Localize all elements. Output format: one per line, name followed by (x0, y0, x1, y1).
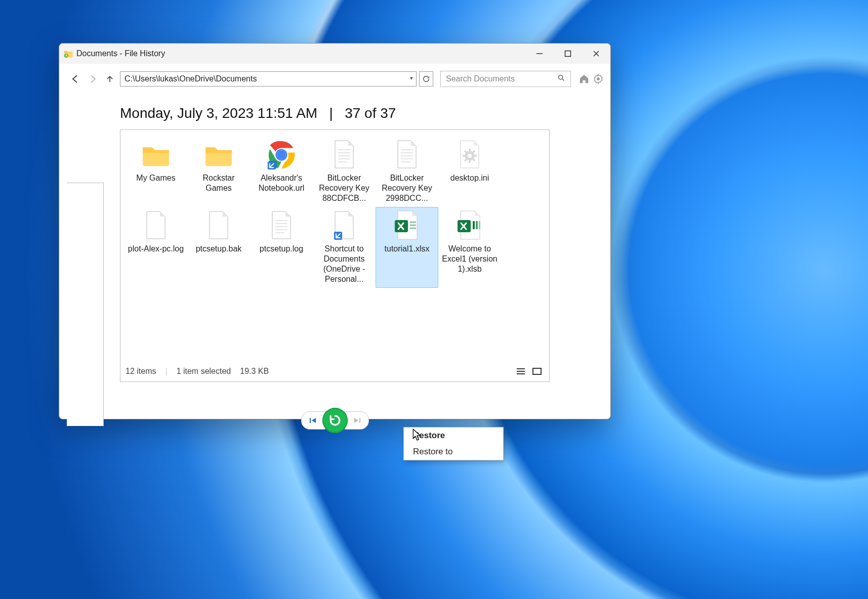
file-label: plot-Alex-pc.log (128, 244, 184, 254)
file-item[interactable]: desktop.ini (438, 136, 501, 207)
file-icon (265, 139, 298, 171)
file-item[interactable]: My Games (125, 136, 187, 207)
history-controls (301, 408, 369, 433)
file-icon (202, 209, 235, 242)
svg-rect-18 (533, 368, 541, 374)
icons-view-button[interactable] (530, 365, 544, 377)
search-icon (557, 74, 565, 84)
selection-count: 1 item selected (177, 367, 231, 376)
menu-restore-to[interactable]: Restore to (404, 444, 503, 460)
version-date: Monday, July 3, 2023 11:51 AM (120, 105, 317, 121)
file-label: ptcsetup.bak (196, 244, 242, 254)
address-dropdown-icon[interactable]: ▾ (410, 75, 413, 81)
file-item[interactable]: ptcsetup.bak (187, 207, 250, 288)
file-icon (265, 209, 298, 242)
file-item[interactable]: ptcsetup.log (250, 207, 313, 288)
file-icon (391, 139, 423, 171)
close-button[interactable] (582, 44, 610, 64)
file-label: Aleksandr's Notebook.url (252, 173, 311, 193)
version-counter: 37 of 37 (345, 105, 396, 121)
file-icon (140, 139, 172, 171)
file-item[interactable]: BitLocker Recovery Key 2998DCC... (376, 136, 438, 207)
file-item[interactable]: Rockstar Games (187, 136, 250, 207)
file-item[interactable]: plot-Alex-pc.log (125, 207, 187, 288)
address-text: C:\Users\lukas\OneDrive\Documents (125, 74, 257, 83)
file-item[interactable]: tutorial1.xlsx (376, 207, 438, 288)
file-icon (140, 209, 172, 242)
settings-icon[interactable] (592, 73, 604, 85)
navigation-toolbar: C:\Users\lukas\OneDrive\Documents ▾ Sear… (59, 64, 610, 90)
file-icon (202, 139, 235, 171)
svg-point-2 (559, 75, 563, 79)
file-icon (391, 209, 423, 242)
file-label: Rockstar Games (189, 173, 249, 193)
search-placeholder: Search Documents (446, 74, 515, 83)
details-view-button[interactable] (514, 365, 528, 377)
file-item[interactable]: Shortcut to Documents (OneDrive - Person… (313, 207, 376, 288)
file-item[interactable]: Aleksandr's Notebook.url (250, 136, 313, 207)
svg-rect-17 (479, 221, 480, 229)
search-box[interactable]: Search Documents (440, 71, 571, 87)
file-label: tutorial1.xlsx (385, 244, 430, 254)
file-label: Shortcut to Documents (OneDrive - Person… (314, 244, 374, 284)
file-item[interactable]: BitLocker Recovery Key 88CDFCB... (313, 136, 376, 207)
svg-rect-15 (473, 221, 475, 229)
titlebar[interactable]: Documents - File History (59, 44, 610, 64)
previous-version-button[interactable] (301, 411, 325, 430)
file-label: BitLocker Recovery Key 88CDFCB... (314, 173, 374, 203)
file-history-window: Documents - File History C:\Users\lukas\… (59, 43, 611, 419)
file-label: BitLocker Recovery Key 2998DCC... (377, 173, 437, 203)
file-icon (453, 209, 486, 242)
window-title: Documents - File History (76, 49, 165, 58)
minimize-button[interactable] (525, 44, 554, 64)
file-label: Welcome to Excel1 (version 1).xlsb (440, 244, 500, 274)
left-panel-sliver (67, 183, 104, 426)
restore-button[interactable] (322, 408, 348, 433)
version-header: Monday, July 3, 2023 11:51 AM | 37 of 37 (59, 90, 610, 130)
refresh-button[interactable] (419, 71, 433, 87)
file-label: My Games (136, 173, 175, 183)
file-label: ptcsetup.log (260, 244, 303, 254)
back-button[interactable] (68, 72, 82, 86)
svg-rect-16 (476, 221, 478, 229)
svg-rect-1 (565, 51, 571, 57)
next-version-button[interactable] (345, 411, 369, 430)
file-icon (328, 209, 360, 242)
file-icon (328, 139, 360, 171)
up-button[interactable] (103, 72, 117, 86)
home-icon[interactable] (578, 73, 590, 85)
file-item[interactable]: Welcome to Excel1 (version 1).xlsb (438, 207, 501, 288)
svg-point-3 (597, 77, 600, 80)
address-bar[interactable]: C:\Users\lukas\OneDrive\Documents ▾ (120, 71, 417, 87)
file-icon (453, 139, 486, 171)
file-label: desktop.ini (450, 173, 489, 183)
maximize-button[interactable] (554, 44, 582, 64)
mouse-cursor-icon (412, 428, 423, 443)
forward-button[interactable] (86, 72, 100, 86)
item-count: 12 items (126, 367, 156, 376)
file-list[interactable]: My GamesRockstar GamesAleksandr's Notebo… (120, 130, 550, 382)
status-bar: 12 items | 1 item selected 19.3 KB (126, 365, 544, 377)
svg-point-7 (277, 150, 285, 159)
svg-point-11 (468, 154, 472, 158)
selection-size: 19.3 KB (240, 367, 269, 376)
folder-history-icon (63, 49, 73, 59)
